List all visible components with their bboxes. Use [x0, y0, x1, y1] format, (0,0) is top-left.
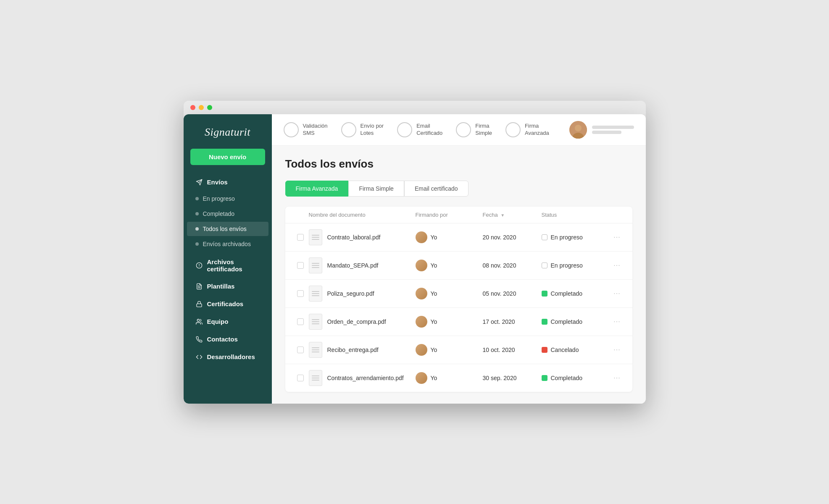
more-button-3[interactable]: ··· [609, 290, 626, 297]
documents-table: Nombre del documento Firmando por Fecha … [285, 207, 632, 392]
sidebar-item-en-progreso[interactable]: En progreso [187, 192, 268, 206]
header-fecha[interactable]: Fecha ▼ [483, 212, 542, 218]
team-icon [195, 318, 203, 326]
user-label-1: Yo [431, 234, 437, 241]
doc-line [312, 347, 319, 348]
send-icon [195, 178, 203, 186]
user-avatar[interactable] [569, 121, 587, 139]
doc-line [312, 349, 319, 350]
table-row[interactable]: Mandato_SEPA.pdf Yo 08 nov. 2020 En prog… [285, 252, 632, 280]
doc-icon-4 [309, 314, 322, 330]
nav-circle-email [397, 122, 412, 137]
doc-line [312, 375, 319, 376]
filter-tab-email-certificado[interactable]: Email certificado [404, 181, 468, 197]
table-row[interactable]: Orden_de_compra.pdf Yo 17 oct. 2020 Comp… [285, 308, 632, 336]
close-window-button[interactable] [190, 105, 195, 110]
dot-archivados [195, 242, 199, 246]
row-checkbox-1[interactable] [292, 234, 309, 241]
dot-completado [195, 212, 199, 215]
table-row[interactable]: Poliza_seguro.pdf Yo 05 nov. 2020 Comple… [285, 280, 632, 308]
row-checkbox-2[interactable] [292, 262, 309, 269]
sidebar-item-equipo[interactable]: Equipo [187, 314, 268, 330]
status-cell-5: Cancelado [542, 346, 609, 353]
sidebar-item-envios[interactable]: Envíos [187, 174, 268, 190]
table-row[interactable]: Recibo_entrega.pdf Yo 10 oct. 2020 Cance… [285, 336, 632, 364]
user-label-5: Yo [431, 346, 437, 353]
template-icon [195, 283, 203, 290]
row-checkbox-4[interactable] [292, 318, 309, 325]
minimize-window-button[interactable] [199, 105, 204, 110]
doc-name-4: Orden_de_compra.pdf [327, 318, 386, 325]
status-dot-2 [542, 262, 547, 268]
dev-icon [195, 353, 203, 361]
user-avatar-small-2 [416, 260, 427, 271]
header-nombre: Nombre del documento [309, 212, 416, 218]
doc-name-2: Mandato_SEPA.pdf [327, 262, 379, 269]
sidebar-item-certificados[interactable]: Certificados [187, 296, 268, 312]
status-dot-5 [542, 347, 547, 353]
date-6: 30 sep. 2020 [483, 375, 542, 381]
sidebar-logo-area: Signaturit [184, 114, 272, 147]
doc-line [312, 293, 319, 294]
nav-envio-lotes[interactable]: Envío porLotes [341, 122, 384, 137]
date-3: 05 nov. 2020 [483, 290, 542, 297]
doc-icon-2 [309, 257, 322, 273]
new-send-button[interactable]: Nuevo envío [190, 149, 265, 165]
filter-tab-firma-avanzada[interactable]: Firma Avanzada [285, 181, 349, 197]
row-checkbox-6[interactable] [292, 375, 309, 381]
user-role-bar [592, 131, 621, 134]
main-window: Signaturit Nuevo envío Envíos En progres… [184, 114, 646, 404]
nav-circle-lotes [341, 122, 356, 137]
contact-icon [195, 336, 203, 343]
more-button-2[interactable]: ··· [609, 262, 626, 269]
table-row[interactable]: Contratos_arrendamiento.pdf Yo 30 sep. 2… [285, 364, 632, 392]
nav-label-lotes: Envío porLotes [361, 123, 384, 137]
doc-cell-4: Orden_de_compra.pdf [309, 314, 416, 330]
nav-label-firma-simple: FirmaSimple [475, 123, 492, 137]
sidebar: Signaturit Nuevo envío Envíos En progres… [184, 114, 272, 404]
doc-line [312, 321, 319, 322]
doc-name-5: Recibo_entrega.pdf [327, 346, 379, 353]
doc-cell-2: Mandato_SEPA.pdf [309, 257, 416, 273]
more-button-6[interactable]: ··· [609, 374, 626, 382]
row-checkbox-3[interactable] [292, 290, 309, 297]
row-checkbox-5[interactable] [292, 346, 309, 353]
user-cell-4: Yo [416, 316, 483, 328]
doc-cell-6: Contratos_arrendamiento.pdf [309, 370, 416, 386]
sidebar-item-desarrolladores[interactable]: Desarrolladores [187, 349, 268, 365]
sidebar-item-plantillas[interactable]: Plantillas [187, 278, 268, 294]
maximize-window-button[interactable] [207, 105, 212, 110]
user-cell-2: Yo [416, 260, 483, 271]
dot-todos [195, 227, 199, 231]
status-cell-6: Completado [542, 375, 609, 381]
sidebar-item-contactos[interactable]: Contactos [187, 331, 268, 347]
archive-icon [195, 262, 203, 269]
status-label-4: Completado [551, 318, 583, 325]
doc-cell-3: Poliza_seguro.pdf [309, 286, 416, 302]
nav-circle-sms [284, 122, 299, 137]
user-label-3: Yo [431, 290, 437, 297]
more-button-4[interactable]: ··· [609, 318, 626, 326]
nav-firma-avanzada[interactable]: FirmaAvanzada [505, 122, 549, 137]
sidebar-item-todos[interactable]: Todos los envíos [187, 222, 268, 236]
nav-validacion-sms[interactable]: ValidaciónSMS [284, 122, 328, 137]
table-row[interactable]: Contrato_laboral.pdf Yo 20 nov. 2020 En … [285, 223, 632, 252]
doc-line [312, 295, 319, 296]
more-button-1[interactable]: ··· [609, 234, 626, 241]
nav-circle-firma-avanzada [505, 122, 521, 137]
user-avatar-small-5 [416, 344, 427, 356]
doc-line [312, 237, 319, 238]
sidebar-item-completado[interactable]: Completado [187, 207, 268, 221]
content-area: Todos los envíos Firma Avanzada Firma Si… [272, 146, 646, 404]
doc-line [312, 235, 319, 236]
status-label-5: Cancelado [551, 346, 579, 353]
nav-email-certificado[interactable]: EmailCertificado [397, 122, 442, 137]
nav-firma-simple[interactable]: FirmaSimple [456, 122, 492, 137]
more-button-5[interactable]: ··· [609, 346, 626, 354]
filter-tab-firma-simple[interactable]: Firma Simple [348, 181, 404, 197]
sidebar-item-archivos[interactable]: Archivos certificados [187, 254, 268, 277]
avatar-image [569, 121, 587, 139]
sidebar-item-archivados[interactable]: Envíos archivados [187, 237, 268, 251]
doc-icon-6 [309, 370, 322, 386]
doc-line [312, 319, 319, 320]
